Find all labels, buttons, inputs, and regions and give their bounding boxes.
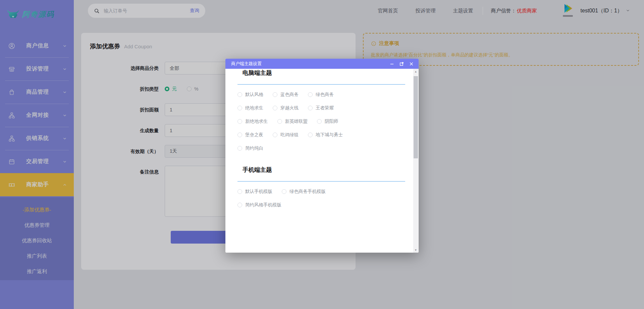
theme-option[interactable]: 新绝地求生: [237, 118, 268, 124]
modal-scrollbar[interactable]: ▲ ▼: [413, 69, 418, 253]
theme-option[interactable]: 穿越火线: [273, 105, 299, 111]
radio-circle-icon[interactable]: [237, 92, 242, 97]
theme-option[interactable]: 堡垒之夜: [237, 132, 263, 138]
radio-circle-icon[interactable]: [237, 106, 242, 110]
theme-option-row: 绝地求生 穿越火线: [237, 105, 405, 111]
theme-option[interactable]: 默认风格: [237, 92, 263, 98]
theme-option[interactable]: 地下城与勇士: [308, 132, 343, 138]
theme-option[interactable]: 蓝色商务: [273, 92, 299, 98]
scroll-up-icon[interactable]: ▲: [413, 69, 418, 74]
radio-circle-icon[interactable]: [308, 133, 313, 137]
radio-circle-icon[interactable]: [237, 146, 242, 151]
theme-option-row: 默认风格 蓝色商务: [237, 91, 405, 98]
radio-circle-icon[interactable]: [317, 119, 322, 124]
modal-title: 商户端主题设置: [231, 61, 262, 67]
radio-circle-icon[interactable]: [237, 203, 242, 207]
theme-option[interactable]: 简约风格手机模版: [237, 202, 281, 208]
modal-body: 电脑端主题 默认风格: [225, 69, 419, 253]
scrollbar-thumb[interactable]: [414, 76, 418, 158]
radio-circle-icon[interactable]: [308, 106, 313, 110]
radio-circle-icon[interactable]: [237, 189, 242, 194]
theme-option[interactable]: 简约纯白: [237, 145, 263, 151]
close-icon[interactable]: [409, 61, 414, 66]
modal-header[interactable]: 商户端主题设置: [225, 59, 419, 69]
radio-circle-icon[interactable]: [273, 133, 277, 137]
minimize-icon[interactable]: [389, 61, 394, 66]
radio-circle-icon[interactable]: [273, 106, 277, 110]
theme-option-row: 默认手机模版 绿色商务手机模版: [237, 188, 405, 195]
theme-option[interactable]: 绿色商务手机模版: [282, 189, 326, 195]
maximize-icon[interactable]: [399, 61, 404, 66]
radio-circle-icon[interactable]: [277, 119, 282, 124]
scroll-down-icon[interactable]: ▼: [413, 247, 418, 253]
app: 阿奇源码 商户信息 投诉管理 商品管理: [0, 0, 644, 309]
theme-option[interactable]: 吃鸡绿狙: [273, 132, 299, 138]
theme-option[interactable]: 阴阳师: [317, 118, 338, 124]
theme-section-heading: 电脑端主题: [237, 69, 405, 85]
theme-option[interactable]: 绿色商务: [308, 92, 334, 98]
radio-circle-icon[interactable]: [273, 92, 277, 97]
theme-option[interactable]: 王者荣耀: [308, 105, 334, 111]
radio-circle-icon[interactable]: [282, 189, 286, 194]
theme-option[interactable]: 默认手机模版: [237, 189, 272, 195]
theme-section: 手机端主题 默认手机模版: [237, 166, 405, 208]
theme-section-heading: 手机端主题: [237, 166, 405, 182]
radio-circle-icon[interactable]: [308, 92, 313, 97]
radio-circle-icon[interactable]: [237, 133, 242, 137]
theme-option-row: 堡垒之夜 吃鸡绿狙: [237, 132, 405, 138]
theme-option-row: 简约风格手机模版: [237, 202, 405, 208]
theme-option[interactable]: 新英雄联盟: [277, 118, 308, 124]
theme-option-row: 新绝地求生 新英雄联盟: [237, 118, 405, 125]
theme-section: 电脑端主题 默认风格: [237, 69, 405, 152]
theme-option[interactable]: 绝地求生: [237, 105, 263, 111]
theme-settings-modal: 商户端主题设置 电脑端主题: [225, 59, 419, 253]
theme-option-row: 简约纯白: [237, 145, 405, 152]
radio-circle-icon[interactable]: [237, 119, 242, 124]
